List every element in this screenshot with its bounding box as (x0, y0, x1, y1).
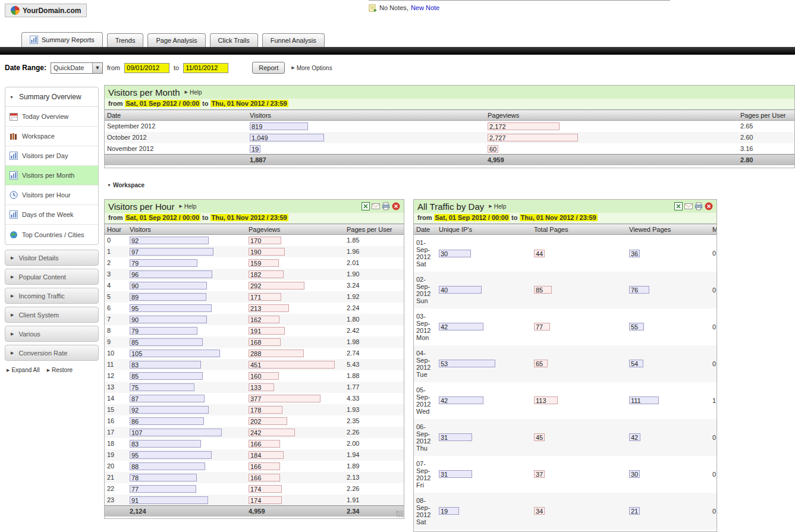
unique-ips-bar: 42 (439, 396, 483, 404)
expand-all-link[interactable]: ▶Expand All (7, 367, 40, 373)
visitors-bar: 83 (130, 361, 201, 369)
hour-row: 15921781.93 (105, 404, 404, 415)
sidebar-section-incoming-traffic[interactable]: ▶Incoming Traffic (5, 288, 99, 304)
ppu-cell: 1.93 (344, 404, 404, 415)
workspace-icon (10, 132, 18, 140)
workspace-toggle[interactable]: ▼ Workspace (107, 182, 144, 188)
visitors-bar: 92 (130, 237, 209, 244)
export-icon[interactable] (674, 202, 683, 210)
more-options-link[interactable]: ▶More Options (291, 65, 332, 71)
clock-icon (10, 191, 18, 199)
export-icon[interactable] (362, 202, 370, 210)
hour-row: 9851681.98 (105, 336, 404, 348)
pageviews-bar: 182 (249, 270, 284, 278)
arrow-icon: ▶ (185, 90, 188, 95)
visitors-bar: 85 (130, 372, 203, 380)
tab-trends[interactable]: Trends (107, 33, 144, 47)
pageviews-bar: 2,172 (488, 122, 560, 130)
sidebar-section-client-system[interactable]: ▶Client System (5, 307, 99, 323)
sidebar-section-summary-overview[interactable]: ▼ Summary Overview (5, 87, 98, 107)
date-range-bar: Date Range: QuickDate ▼ from to Report ▶… (0, 58, 795, 77)
pageviews-bar: 174 (249, 496, 282, 504)
visitors-bar: 89 (130, 293, 206, 301)
dropdown-arrow-icon: ▼ (92, 63, 102, 73)
sidebar-item-today-overview[interactable]: Today Overview (5, 107, 98, 127)
visitors-bar: 92 (130, 406, 209, 414)
email-icon[interactable] (684, 202, 693, 210)
tab-funnel-analysis[interactable]: Funnel Analysis (262, 33, 325, 47)
arrow-icon: ▶ (179, 204, 182, 209)
hour-row: 3961821.90 (105, 269, 404, 280)
restore-link[interactable]: ▶Restore (47, 367, 73, 373)
sidebar-section-various[interactable]: ▶Various (5, 326, 99, 342)
to-date-input[interactable] (183, 63, 228, 73)
sidebar-section-popular-content[interactable]: ▶Popular Content (5, 269, 99, 285)
pageviews-bar: 191 (249, 327, 285, 335)
sidebar-section-visitor-details[interactable]: ▶Visitor Details (5, 250, 99, 266)
col-hour: Hour (105, 224, 127, 235)
total-spacer (105, 155, 247, 165)
resize-grip[interactable] (396, 511, 403, 517)
visitors-bar: 77 (130, 485, 196, 493)
visitors-bar: 86 (130, 417, 204, 425)
sidebar-item-workspace[interactable]: Workspace (5, 127, 98, 146)
close-icon[interactable] (705, 202, 713, 210)
to-label: to (174, 64, 179, 71)
ppu-cell: 1.77 (344, 382, 404, 393)
sidebar-item-visitors-per-day[interactable]: Visitors per Day (5, 146, 98, 166)
unique-ips-bar: 42 (439, 323, 483, 330)
close-icon[interactable] (392, 202, 400, 210)
sidebar-item-top-countries-cities[interactable]: Top Countries / Cities (5, 225, 98, 244)
col-total-pages: Total Pages (532, 224, 627, 235)
pageviews-bar: 292 (249, 282, 304, 289)
site-logo[interactable]: YourDomain.com (5, 4, 87, 17)
date-cell: 02-Sep-2012Sun (414, 272, 436, 309)
tab-page-analysis[interactable]: Page Analysis (147, 33, 205, 47)
print-icon[interactable] (382, 202, 390, 210)
hour-cell: 18 (105, 438, 127, 449)
sidebar-item-days-of-the-week[interactable]: Days of the Week (5, 205, 98, 225)
notes-status: No Notes, (379, 4, 409, 11)
from-date-input[interactable] (124, 63, 169, 73)
new-note-link[interactable]: New Note (411, 4, 439, 11)
panel-header: Visitors per Hour ▶Help (105, 200, 404, 213)
pageviews-bar: 171 (249, 293, 281, 301)
help-link[interactable]: ▶Help (489, 203, 506, 210)
tab-summary-reports[interactable]: Summary Reports (21, 32, 103, 47)
print-icon[interactable] (695, 202, 703, 210)
tab-click-trails[interactable]: Click Trails (210, 33, 258, 47)
range-from: Sat, 01 Sep 2012 / 00:00 (434, 214, 510, 221)
day-row: 05-Sep-2012Wed421131111 (414, 382, 717, 419)
col-visitors: Visitors (127, 224, 246, 235)
panel-actions (674, 202, 713, 210)
sidebar-item-visitors-per-month[interactable]: Visitors per Month (5, 166, 98, 185)
panel-header: Visitors per Month ▶Help (105, 86, 794, 99)
report-button[interactable]: Report (252, 62, 285, 74)
date-cell: 01-Sep-2012Sat (414, 235, 436, 272)
sidebar: ▼ Summary Overview Today OverviewWorkspa… (5, 87, 99, 376)
visitors-bar: 95 (130, 451, 212, 459)
unique-ips-bar: 19 (439, 507, 459, 515)
total-pages-bar: 45 (534, 433, 545, 441)
pageviews-bar: 242 (249, 429, 295, 436)
m-cell: 0 (710, 493, 717, 530)
visitors-bar: 88 (130, 462, 205, 470)
arrow-icon: ▶ (489, 204, 492, 209)
sidebar-item-label: Workspace (22, 133, 55, 140)
help-link[interactable]: ▶Help (185, 89, 202, 96)
col-unique-ips: Unique IP's (436, 224, 532, 235)
expand-arrow-icon: ▶ (11, 294, 14, 298)
unique-ips-bar: 30 (439, 250, 471, 257)
sidebar-item-visitors-per-hour[interactable]: Visitors per Hour (5, 185, 98, 205)
help-link[interactable]: ▶Help (179, 203, 196, 210)
ppu-cell: 1.89 (344, 461, 404, 472)
quickdate-select[interactable]: QuickDate ▼ (51, 62, 103, 74)
email-icon[interactable] (372, 202, 380, 210)
hour-cell: 7 (105, 314, 127, 325)
expand-arrow-icon: ▶ (11, 332, 14, 336)
hour-cell: 8 (105, 325, 127, 336)
total-ppu: 2.80 (738, 155, 794, 165)
sidebar-section-conversion-rate[interactable]: ▶Conversion Rate (5, 345, 99, 361)
hour-cell: 5 (105, 291, 127, 303)
pageviews-bar: 377 (249, 395, 320, 402)
